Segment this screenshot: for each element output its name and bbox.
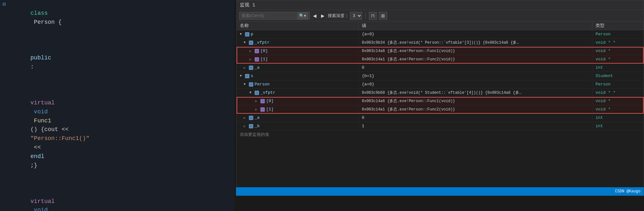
table-row[interactable]: ▷ [1] 0x003c14a1 {多态.exe!Person::Func2(v… (237, 55, 644, 64)
code-line-2: public : (0, 36, 234, 81)
status-text: CSDN @Kaugo (615, 189, 640, 194)
table-row[interactable]: ▷ [1] 0x003c14a1 {多态.exe!Person::Func2(v… (237, 105, 644, 114)
var-icon (260, 107, 265, 112)
row-type-1-p: void * (592, 56, 644, 62)
row-type-vfptr-s: void * * (592, 90, 644, 96)
var-icon (249, 82, 253, 87)
back-button[interactable]: ◀ (312, 13, 318, 18)
table-row[interactable]: ▼ _vfptr 0x003c9b60 {多态.exe!void(* Stude… (237, 89, 644, 97)
forward-button[interactable]: ▶ (320, 13, 326, 18)
row-name-b-s: ▷ _b (237, 123, 359, 129)
header-type: 类型 (592, 22, 644, 30)
row-name-a-p: ▷ _a (237, 65, 359, 71)
var-icon (255, 57, 259, 62)
expand-icon: ▼ (249, 91, 253, 94)
row-value-0-s: 0x003c14a6 {多态.exe!Person::Func1(void)} (359, 98, 592, 104)
expand-icon: ▷ (244, 66, 248, 70)
row-type-b-s: int (592, 123, 644, 129)
row-value-vfptr-p: 0x003c9b34 {多态.exe!void(* Person::`vftab… (359, 39, 592, 46)
pin-button[interactable]: ⊓ (369, 12, 377, 20)
header-name: 名称 (237, 22, 359, 30)
code-line-1: ⊟ class Person { (0, 0, 234, 36)
watch-toolbar: 🔍▾ ◀ ▶ 搜索深度： 3 1 2 4 5 ⊓ ⊞ (237, 10, 644, 22)
row-value-0-p: 0x003c14a6 {多态.exe!Person::Func1(void)} (359, 48, 592, 54)
row-type-a-s: int (592, 115, 644, 121)
row-type-p: Person (592, 31, 644, 37)
row-value-person-s: {a=0} (359, 81, 592, 87)
row-type-s: Student (592, 73, 644, 79)
var-icon (245, 32, 249, 37)
toolbar-divider (365, 12, 366, 19)
expand-icon: ▼ (244, 83, 248, 86)
search-box: 🔍▾ (239, 12, 310, 20)
watch-window: 监视 1 🔍▾ ◀ ▶ 搜索深度： 3 1 2 4 5 ⊓ ⊞ 名称 値 类型 (236, 0, 644, 196)
expand-icon: ▼ (244, 41, 248, 44)
row-value-1-p: 0x003c14a1 {多态.exe!Person::Func2(void)} (359, 56, 592, 63)
row-type-person-s: Person (592, 81, 644, 87)
row-name-s: ▼ s (237, 73, 359, 79)
table-row[interactable]: ▼ _vfptr 0x003c9b34 {多态.exe!void(* Perso… (237, 39, 644, 47)
table-row[interactable]: ▷ _b 1 int (237, 122, 644, 130)
table-row[interactable]: ▼ Person {a=0} Person (237, 80, 644, 89)
var-icon (249, 66, 253, 70)
row-value-vfptr-s: 0x003c9b60 {多态.exe!void(* Student::`vfta… (359, 89, 592, 96)
table-row[interactable]: ▼ p {a=0} Person (237, 30, 644, 39)
row-value-p: {a=0} (359, 31, 592, 37)
row-name-1-s: ▷ [1] (237, 106, 359, 112)
watch-table-body: ▼ p {a=0} Person ▼ _vfptr 0x003c9b34 {多态… (237, 30, 644, 196)
row-type-0-s: void * (592, 98, 644, 104)
expand-icon: ▷ (249, 49, 253, 53)
watch-title: 监视 1 (240, 2, 255, 8)
watch-title-bar: 监视 1 (237, 0, 644, 10)
row-name-person-s: ▼ Person (237, 81, 359, 87)
watch-table-header: 名称 値 类型 (237, 22, 644, 30)
row-name-1-p: ▷ [1] (237, 56, 359, 62)
highlight-group-s: ▷ [0] 0x003c14a6 {多态.exe!Person::Func1(v… (237, 97, 644, 114)
row-name-p: ▼ p (237, 31, 359, 37)
row-type-0-p: void * (592, 48, 644, 54)
var-icon (249, 40, 253, 45)
row-value-s: {b=1} (359, 73, 592, 79)
expand-icon: ▷ (255, 108, 259, 111)
table-row[interactable]: ▼ s {b=1} Student (237, 72, 644, 80)
depth-dropdown[interactable]: 3 1 2 4 5 (350, 12, 362, 20)
row-type-a-p: int (592, 65, 644, 71)
row-name-vfptr-p: ▼ _vfptr (237, 40, 359, 46)
table-row[interactable]: ▷ [0] 0x003c14a6 {多态.exe!Person::Func1(v… (237, 47, 644, 55)
code-line-3: virtual void Func1 () {cout << "Person::… (0, 81, 234, 179)
var-icon (245, 74, 249, 78)
row-type-vfptr-p: void * * (592, 40, 644, 46)
expand-icon: ▷ (249, 57, 253, 61)
row-name-a-s: ▷ _a (237, 115, 359, 121)
var-icon (255, 91, 259, 95)
expand-icon: ▼ (240, 74, 244, 78)
header-value: 値 (359, 22, 592, 30)
table-row[interactable]: ▷ _a 0 int (237, 114, 644, 122)
var-icon (249, 124, 253, 128)
row-value-a-s: 0 (359, 115, 592, 121)
row-name-vfptr-s: ▼ _vfptr (237, 90, 359, 96)
code-editor: ⊟ class Person { public : virtual void F… (0, 0, 234, 211)
row-name-0-s: ▷ [0] (237, 98, 359, 104)
grid-button[interactable]: ⊞ (379, 12, 387, 20)
row-value-a-p: 0 (359, 65, 592, 71)
table-row[interactable]: ▷ _a 0 int (237, 64, 644, 72)
row-value-b-s: 1 (359, 123, 592, 129)
var-icon (249, 116, 253, 120)
var-icon (255, 49, 259, 53)
code-line-4: virtual void Func2 () {cout << "Person::… (0, 179, 234, 211)
row-type-1-s: void * (592, 106, 644, 112)
expand-icon: ▷ (255, 99, 259, 103)
fold-indicator-1[interactable]: ⊟ (3, 1, 8, 9)
expand-icon: ▼ (240, 32, 244, 36)
expand-icon: ▷ (244, 124, 248, 128)
status-bar: CSDN @Kaugo (236, 187, 644, 196)
add-watch-row[interactable]: 添加要监视的项 (237, 130, 644, 139)
row-name-0-p: ▷ [0] (237, 48, 359, 54)
var-icon (260, 99, 265, 103)
search-input[interactable] (239, 13, 297, 18)
highlight-group-p: ▷ [0] 0x003c14a6 {多态.exe!Person::Func1(v… (237, 47, 644, 64)
search-button[interactable]: 🔍▾ (297, 12, 308, 19)
expand-icon: ▷ (244, 116, 248, 120)
table-row[interactable]: ▷ [0] 0x003c14a6 {多态.exe!Person::Func1(v… (237, 97, 644, 105)
